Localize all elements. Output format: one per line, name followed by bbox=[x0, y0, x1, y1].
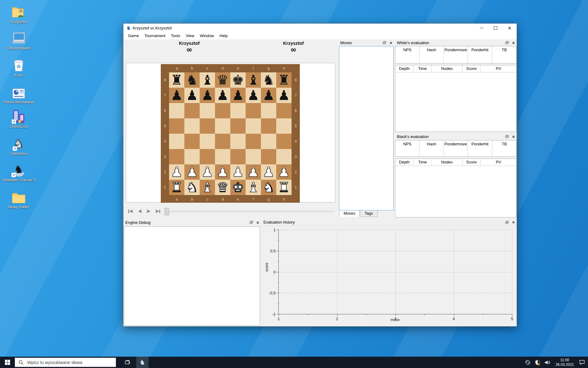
square-c8[interactable]: ♝ bbox=[200, 72, 215, 88]
desktop-icon-chessgui[interactable]: ↗ ChessGUI bbox=[2, 108, 36, 129]
square-h3[interactable] bbox=[276, 149, 292, 164]
square-g2[interactable]: ♟ bbox=[261, 164, 276, 180]
menu-item-help[interactable]: Help bbox=[217, 32, 231, 40]
square-f7[interactable]: ♟ bbox=[246, 88, 261, 103]
square-d2[interactable]: ♟ bbox=[215, 164, 230, 180]
previous-move-button[interactable] bbox=[135, 208, 144, 215]
title-bar[interactable]: ♞ Krzysztof vs Krzysztof ✕ bbox=[123, 24, 517, 32]
square-f2[interactable]: ♟ bbox=[246, 164, 261, 180]
square-c4[interactable] bbox=[200, 134, 215, 149]
close-dock-icon[interactable]: × bbox=[256, 220, 259, 225]
square-f4[interactable] bbox=[246, 134, 261, 149]
menu-item-tools[interactable]: Tools bbox=[168, 32, 183, 40]
menu-item-tournament[interactable]: Tournament bbox=[141, 32, 168, 40]
play-button[interactable] bbox=[144, 208, 153, 215]
square-g5[interactable] bbox=[261, 118, 276, 134]
moves-dock-header[interactable]: Moves × bbox=[338, 39, 394, 46]
square-a6[interactable] bbox=[169, 103, 184, 118]
square-a8[interactable]: ♜ bbox=[169, 72, 184, 88]
square-b8[interactable]: ♞ bbox=[184, 72, 200, 88]
square-d3[interactable] bbox=[215, 149, 230, 164]
square-a1[interactable]: ♜ bbox=[169, 180, 184, 195]
desktop-icon-krzysztof[interactable]: Krzysztof bbox=[2, 3, 36, 24]
square-d5[interactable] bbox=[215, 118, 230, 134]
square-g6[interactable] bbox=[261, 103, 276, 118]
square-f1[interactable]: ♝ bbox=[246, 180, 261, 195]
square-e2[interactable]: ♟ bbox=[230, 164, 246, 180]
square-f6[interactable] bbox=[246, 103, 261, 118]
close-dock-icon[interactable]: × bbox=[390, 40, 392, 45]
menu-item-game[interactable]: Game bbox=[125, 32, 141, 40]
taskbar-search[interactable] bbox=[15, 358, 116, 367]
white-eval-table[interactable]: DepthTimeNodesScorePV bbox=[395, 65, 517, 132]
square-e1[interactable]: ♚ bbox=[230, 180, 246, 195]
task-view-button[interactable] bbox=[122, 357, 134, 368]
square-d6[interactable] bbox=[215, 103, 230, 118]
square-g1[interactable]: ♞ bbox=[261, 180, 276, 195]
square-e5[interactable] bbox=[230, 118, 246, 134]
square-d7[interactable]: ♟ bbox=[215, 88, 230, 103]
float-dock-icon[interactable] bbox=[383, 41, 386, 44]
white-eval-header[interactable]: White's evaluation × bbox=[395, 39, 517, 46]
maximize-button[interactable] bbox=[488, 24, 503, 32]
square-c1[interactable]: ♝ bbox=[200, 180, 215, 195]
square-e4[interactable] bbox=[230, 134, 246, 149]
square-a7[interactable]: ♟ bbox=[169, 88, 184, 103]
desktop-icon-recycle-bin[interactable]: ♻ Kosz bbox=[2, 56, 36, 77]
menu-item-view[interactable]: View bbox=[183, 32, 197, 40]
security-shield-icon[interactable]: ! bbox=[533, 357, 543, 368]
square-b5[interactable] bbox=[184, 118, 200, 134]
search-input[interactable] bbox=[27, 360, 111, 365]
tab-moves[interactable]: Moves bbox=[339, 210, 360, 217]
close-dock-icon[interactable]: × bbox=[512, 134, 515, 139]
float-dock-icon[interactable] bbox=[505, 41, 509, 44]
engine-debug-header[interactable]: Engine Debug × bbox=[123, 219, 261, 226]
taskbar-clock[interactable]: 11:00 26.03.2021 bbox=[552, 358, 577, 367]
square-g7[interactable]: ♟ bbox=[261, 88, 276, 103]
desktop-icon-cutechess[interactable]: ♞ ↗ Cutechess bbox=[2, 135, 36, 156]
square-f5[interactable] bbox=[246, 118, 261, 134]
float-dock-icon[interactable] bbox=[505, 221, 509, 224]
last-move-button[interactable] bbox=[153, 208, 163, 215]
square-c3[interactable] bbox=[200, 149, 215, 164]
square-a4[interactable] bbox=[169, 134, 184, 149]
desktop-icon-new-folder[interactable]: Nowy folder bbox=[2, 188, 36, 209]
desktop-icon-control-panel[interactable]: Panel sterowania bbox=[2, 83, 36, 104]
square-h1[interactable]: ♜ bbox=[276, 180, 292, 195]
float-dock-icon[interactable] bbox=[250, 221, 253, 224]
square-b4[interactable] bbox=[184, 134, 200, 149]
square-c5[interactable] bbox=[200, 118, 215, 134]
square-e6[interactable] bbox=[230, 103, 246, 118]
square-e7[interactable]: ♟ bbox=[230, 88, 246, 103]
start-button[interactable] bbox=[0, 357, 15, 368]
minimize-button[interactable] bbox=[474, 24, 488, 32]
square-a2[interactable]: ♟ bbox=[169, 164, 184, 180]
square-h2[interactable]: ♟ bbox=[276, 164, 292, 180]
square-h7[interactable]: ♟ bbox=[276, 88, 292, 103]
chess-board[interactable]: ♜♞♝♛♚♝♞♜♟♟♟♟♟♟♟♟♟♟♟♟♟♟♟♟♜♞♝♛♚♝♞♜ aabbccd… bbox=[161, 64, 300, 203]
square-g3[interactable] bbox=[261, 149, 276, 164]
menu-item-window[interactable]: Window bbox=[197, 32, 217, 40]
square-h5[interactable] bbox=[276, 118, 292, 134]
square-g4[interactable] bbox=[261, 134, 276, 149]
black-eval-table[interactable]: DepthTimeNodesScorePV bbox=[395, 159, 517, 217]
square-h6[interactable] bbox=[276, 103, 292, 118]
slider-handle[interactable] bbox=[164, 208, 169, 215]
square-d4[interactable] bbox=[215, 134, 230, 149]
square-g8[interactable]: ♞ bbox=[261, 72, 276, 88]
action-center-icon[interactable] bbox=[577, 357, 587, 368]
square-a3[interactable] bbox=[169, 149, 184, 164]
square-h4[interactable] bbox=[276, 134, 292, 149]
taskbar-chess-app[interactable]: ♞ bbox=[136, 357, 149, 368]
square-b3[interactable] bbox=[184, 149, 200, 164]
square-f8[interactable]: ♝ bbox=[246, 72, 261, 88]
desktop-icon-this-computer[interactable]: Ten komputer bbox=[2, 29, 36, 50]
close-button[interactable]: ✕ bbox=[503, 24, 517, 32]
square-c6[interactable] bbox=[200, 103, 215, 118]
square-e3[interactable] bbox=[230, 149, 246, 164]
square-d8[interactable]: ♛ bbox=[215, 72, 230, 88]
desktop-icon-shredder[interactable]: ♞ ↗ Shredder Classic 5 bbox=[2, 161, 36, 182]
black-eval-header[interactable]: Black's evaluation × bbox=[395, 133, 517, 140]
square-a5[interactable] bbox=[169, 118, 184, 134]
eval-history-header[interactable]: Evaluation history × bbox=[262, 219, 517, 226]
